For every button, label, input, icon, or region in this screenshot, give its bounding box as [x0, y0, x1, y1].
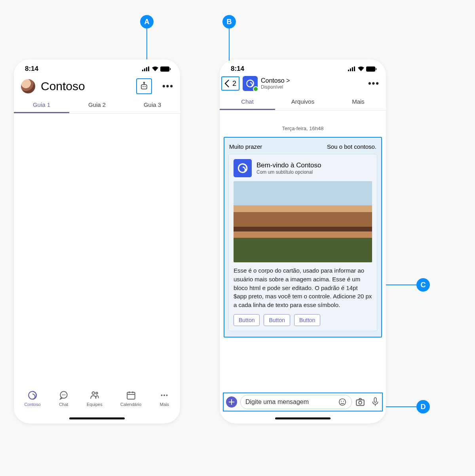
nav-label: Mais [160, 402, 169, 407]
swirl-icon [27, 390, 38, 400]
svg-point-17 [96, 392, 98, 394]
nav-label: Calendário [120, 402, 141, 407]
compose-placeholder: Digite uma mensagem [245, 398, 309, 406]
tabs-left: Guia 1 Guia 2 Guia 3 [14, 97, 180, 114]
nav-label: Contoso [25, 402, 41, 407]
svg-point-39 [359, 401, 362, 404]
svg-point-23 [163, 394, 165, 396]
status-icons [142, 66, 171, 72]
signal-icon [142, 66, 150, 71]
more-button[interactable]: ••• [368, 78, 380, 89]
bottom-nav: Contoso Chat Equipes Calendário Mais [14, 387, 180, 415]
svg-rect-29 [366, 66, 375, 72]
svg-rect-27 [352, 67, 353, 71]
svg-point-24 [166, 394, 168, 396]
svg-rect-40 [374, 398, 376, 402]
status-bar: 8:14 [220, 59, 386, 75]
tab-guia3[interactable]: Guia 3 [125, 97, 180, 113]
svg-rect-6 [141, 85, 147, 89]
calendar-icon [126, 390, 136, 400]
bot-status: Disponível [261, 84, 365, 90]
nav-label: Equipes [87, 402, 103, 407]
status-time: 8:14 [231, 65, 244, 73]
svg-rect-1 [144, 68, 145, 71]
home-indicator [69, 417, 125, 419]
battery-icon [160, 66, 171, 72]
card-title: Bem-vindo à Contoso [256, 161, 321, 169]
presence-available-icon [253, 86, 258, 92]
tab-arquivos[interactable]: Arquivos [275, 93, 331, 110]
status-time: 8:14 [25, 65, 38, 73]
bot-button[interactable] [136, 78, 152, 94]
svg-rect-25 [348, 70, 349, 71]
callout-line-c [386, 284, 417, 285]
more-icon [159, 390, 169, 400]
compose-input[interactable]: Digite uma mensagem [240, 395, 352, 409]
svg-point-7 [142, 86, 144, 87]
svg-rect-26 [350, 68, 351, 71]
svg-point-16 [92, 392, 95, 394]
svg-point-14 [63, 394, 64, 395]
header-right: 2 Contoso > Disponível ••• [220, 75, 386, 93]
card-logo [234, 159, 252, 177]
svg-rect-2 [146, 67, 147, 71]
mic-icon[interactable] [371, 397, 380, 407]
svg-rect-5 [170, 68, 171, 70]
chat-area: Terça-feira, 16h48 Muito prazer Sou o bo… [220, 110, 386, 379]
compose-add-button[interactable] [226, 396, 237, 408]
nav-chat[interactable]: Chat [59, 390, 69, 407]
card-button-2[interactable]: Button [264, 314, 290, 326]
nav-mais[interactable]: Mais [159, 390, 169, 407]
more-button[interactable]: ••• [162, 81, 174, 91]
phone-frame-left: 8:14 Contoso ••• Guia 1 Guia 2 Guia 3 Co… [14, 59, 180, 423]
tabs-right: Chat Arquivos Mais [220, 93, 386, 110]
callout-a: A [140, 15, 154, 28]
tab-chat[interactable]: Chat [220, 93, 275, 110]
wifi-icon [152, 66, 158, 71]
status-bar: 8:14 [14, 59, 180, 75]
msg-text-left: Muito prazer [229, 143, 262, 150]
svg-point-35 [339, 399, 346, 406]
callout-line-d [386, 406, 417, 407]
callout-d: D [416, 400, 430, 413]
card-subtitle: Com um subtítulo opcional [256, 169, 321, 175]
home-indicator [275, 417, 331, 419]
phone-frame-right: 8:14 2 Contoso > Disponível ••• Chat Arq… [220, 59, 386, 423]
tab-mais[interactable]: Mais [331, 93, 386, 110]
chevron-left-icon [223, 78, 232, 89]
user-avatar[interactable] [21, 79, 35, 93]
status-icons [348, 66, 376, 72]
msg-text-right: Sou o bot contoso. [327, 143, 376, 150]
chat-icon [59, 390, 69, 400]
nav-label: Chat [59, 402, 68, 407]
svg-point-37 [343, 401, 344, 402]
bot-avatar[interactable] [243, 76, 258, 91]
callout-c: C [416, 278, 430, 292]
card-button-3[interactable]: Button [294, 314, 320, 326]
card-body: Esse é o corpo do cartão, usado para inf… [234, 266, 372, 309]
compose-bar: Digite uma mensagem [223, 393, 383, 412]
tab-guia1[interactable]: Guia 1 [14, 97, 69, 113]
adaptive-card: Bem-vindo à Contoso Com um subtítulo opc… [228, 154, 377, 331]
svg-point-10 [143, 82, 144, 83]
svg-point-15 [65, 394, 65, 395]
svg-point-36 [341, 401, 342, 402]
nav-contoso[interactable]: Contoso [25, 390, 41, 407]
svg-point-8 [144, 86, 146, 87]
tab-guia2[interactable]: Guia 2 [69, 97, 125, 113]
back-count: 2 [232, 80, 236, 88]
svg-point-13 [62, 394, 63, 395]
camera-icon[interactable] [355, 397, 365, 407]
bot-icon [139, 82, 149, 91]
nav-calendario[interactable]: Calendário [120, 390, 141, 407]
svg-rect-30 [376, 68, 376, 70]
svg-rect-28 [354, 66, 355, 71]
back-button[interactable]: 2 [221, 76, 239, 91]
svg-rect-4 [160, 66, 169, 72]
card-button-1[interactable]: Button [234, 314, 260, 326]
battery-icon [366, 66, 376, 72]
plus-icon [228, 399, 235, 405]
svg-rect-3 [148, 66, 149, 71]
emoji-icon[interactable] [338, 398, 347, 406]
nav-equipes[interactable]: Equipes [87, 390, 103, 407]
